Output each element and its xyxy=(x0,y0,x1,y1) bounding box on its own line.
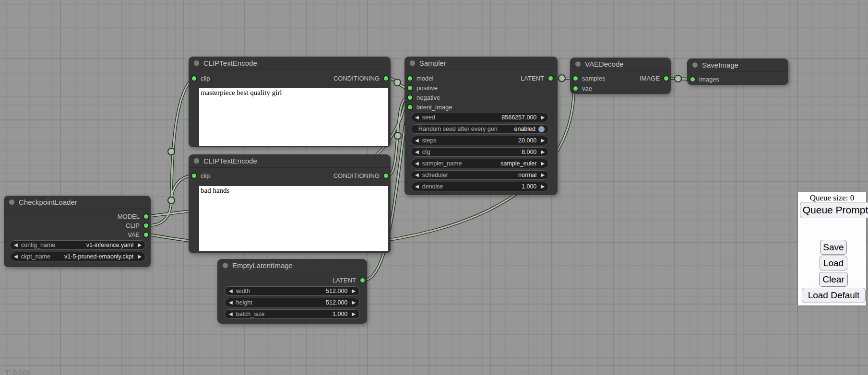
node-title-bar[interactable]: VAEDecode xyxy=(570,58,671,71)
widget-ckpt-name[interactable]: ◀ ckpt_name v1-5-pruned-emaonly.ckpt ▶ xyxy=(10,252,146,261)
positive-prompt-textarea[interactable]: masterpiece best quality girl xyxy=(199,88,388,146)
node-title-bar[interactable]: EmptyLatentImage xyxy=(217,259,367,272)
node-title-bar[interactable]: SaveImage xyxy=(687,59,788,72)
load-default-button[interactable]: Load Default xyxy=(802,288,866,303)
output-slot-model[interactable]: MODEL xyxy=(118,212,149,221)
widget-seed[interactable]: ◀ seed 8566257.000 ▶ xyxy=(411,113,549,122)
widget-batch-size[interactable]: ◀ batch_size 1.000 ▶ xyxy=(225,309,360,319)
output-slot-vae[interactable]: VAE xyxy=(128,230,149,239)
widget-sampler-name[interactable]: ◀ sampler_name sample_euler ▶ xyxy=(411,159,549,168)
increment-arrow-icon[interactable]: ▶ xyxy=(541,138,545,143)
increment-arrow-icon[interactable]: ▶ xyxy=(541,115,545,120)
output-slot-latent[interactable]: LATENT xyxy=(521,74,554,82)
output-port-icon[interactable] xyxy=(547,75,554,82)
input-slot-model[interactable]: model xyxy=(407,74,433,82)
widget-width[interactable]: ◀ width 512.000 ▶ xyxy=(225,286,360,296)
decrement-arrow-icon[interactable]: ◀ xyxy=(415,115,419,120)
collapse-dot-icon[interactable] xyxy=(9,199,14,205)
input-slot-vae[interactable]: vae xyxy=(572,84,592,93)
widget-denoise[interactable]: ◀ denoise 1.000 ▶ xyxy=(411,182,549,191)
widget-cfg[interactable]: ◀ cfg 8.000 ▶ xyxy=(411,147,549,157)
increment-arrow-icon[interactable]: ▶ xyxy=(138,243,142,247)
increment-arrow-icon[interactable]: ▶ xyxy=(541,161,545,166)
widget-label: width xyxy=(236,288,250,294)
increment-arrow-icon[interactable]: ▶ xyxy=(352,300,356,305)
toggle-dot-icon[interactable] xyxy=(538,126,545,132)
node-title-bar[interactable]: CLIPTextEncode xyxy=(189,154,391,168)
input-slot-samples[interactable]: samples xyxy=(572,74,605,82)
collapse-dot-icon[interactable] xyxy=(194,158,199,164)
increment-arrow-icon[interactable]: ▶ xyxy=(138,254,142,259)
increment-arrow-icon[interactable]: ▶ xyxy=(541,150,545,154)
load-button[interactable]: Load xyxy=(820,256,847,270)
output-port-icon[interactable] xyxy=(143,232,149,238)
input-slot-positive[interactable]: positive xyxy=(407,83,438,92)
input-slot-images[interactable]: images xyxy=(690,75,719,83)
widget-height[interactable]: ◀ height 512.000 ▶ xyxy=(225,298,360,307)
output-port-icon[interactable] xyxy=(359,277,366,283)
comfyui-canvas[interactable]: { "nodes": { "checkpoint": { "title": "C… xyxy=(0,0,868,375)
increment-arrow-icon[interactable]: ▶ xyxy=(541,184,545,189)
decrement-arrow-icon[interactable]: ◀ xyxy=(415,161,419,166)
output-slot-latent[interactable]: LATENT xyxy=(333,276,366,284)
decrement-arrow-icon[interactable]: ◀ xyxy=(229,300,233,305)
widget-label: height xyxy=(236,299,252,306)
collapse-dot-icon[interactable] xyxy=(692,62,698,68)
input-port-icon[interactable] xyxy=(407,85,413,91)
decrement-arrow-icon[interactable]: ◀ xyxy=(415,173,419,177)
increment-arrow-icon[interactable]: ▶ xyxy=(352,312,356,316)
increment-arrow-icon[interactable]: ▶ xyxy=(541,173,545,177)
decrement-arrow-icon[interactable]: ◀ xyxy=(229,312,233,316)
decrement-arrow-icon[interactable]: ◀ xyxy=(415,184,419,189)
widget-config-name[interactable]: ◀ config_name v1-inference.yaml ▶ xyxy=(10,240,146,250)
decrement-arrow-icon[interactable]: ◀ xyxy=(415,138,419,143)
output-port-icon[interactable] xyxy=(383,75,389,82)
node-clip-text-encode-positive[interactable]: CLIPTextEncode clip CONDITIONING masterp… xyxy=(189,57,391,147)
input-port-icon[interactable] xyxy=(407,75,413,82)
widget-scheduler[interactable]: ◀ scheduler normal ▶ xyxy=(411,170,549,180)
node-title-bar[interactable]: Sampler xyxy=(404,57,558,70)
input-slot-latent-image[interactable]: latent_image xyxy=(407,103,452,111)
collapse-dot-icon[interactable] xyxy=(194,60,199,66)
node-sampler[interactable]: Sampler model positive negative latent_i… xyxy=(404,57,558,195)
input-port-icon[interactable] xyxy=(690,76,696,82)
output-slot-conditioning[interactable]: CONDITIONING xyxy=(333,74,389,82)
input-port-icon[interactable] xyxy=(407,94,413,101)
input-port-icon[interactable] xyxy=(407,104,413,110)
node-title-bar[interactable]: CLIPTextEncode xyxy=(189,57,391,70)
negative-prompt-textarea[interactable]: bad hands xyxy=(199,186,388,251)
input-slot-clip[interactable]: clip xyxy=(191,171,210,180)
queue-prompt-button[interactable]: Queue Prompt xyxy=(800,202,868,218)
decrement-arrow-icon[interactable]: ◀ xyxy=(14,254,18,259)
output-port-icon[interactable] xyxy=(663,75,669,82)
clear-button[interactable]: Clear xyxy=(819,272,848,287)
output-port-icon[interactable] xyxy=(143,223,149,229)
collapse-dot-icon[interactable] xyxy=(410,60,415,66)
output-slot-image[interactable]: IMAGE xyxy=(640,74,669,82)
output-slot-conditioning[interactable]: CONDITIONING xyxy=(333,171,389,180)
input-port-icon[interactable] xyxy=(191,75,197,82)
output-slot-clip[interactable]: CLIP xyxy=(126,221,149,230)
node-checkpoint-loader[interactable]: CheckpointLoader MODEL CLIP VAE ◀ config… xyxy=(4,196,151,267)
save-button[interactable]: Save xyxy=(820,240,847,255)
node-clip-text-encode-negative[interactable]: CLIPTextEncode clip CONDITIONING bad han… xyxy=(189,154,391,253)
output-port-icon[interactable] xyxy=(383,173,389,179)
collapse-dot-icon[interactable] xyxy=(575,61,581,67)
input-port-icon[interactable] xyxy=(572,75,579,82)
widget-steps[interactable]: ◀ steps 20.000 ▶ xyxy=(411,136,549,145)
increment-arrow-icon[interactable]: ▶ xyxy=(352,289,356,293)
node-save-image[interactable]: SaveImage images xyxy=(687,59,788,85)
input-slot-clip[interactable]: clip xyxy=(191,74,210,82)
node-empty-latent-image[interactable]: EmptyLatentImage LATENT ◀ width 512.000 … xyxy=(217,259,367,324)
decrement-arrow-icon[interactable]: ◀ xyxy=(229,289,233,293)
node-vae-decode[interactable]: VAEDecode samples vae IMAGE xyxy=(570,58,671,94)
input-port-icon[interactable] xyxy=(191,173,197,179)
widget-random-seed-toggle[interactable]: Random seed after every gen enabled xyxy=(411,124,549,134)
decrement-arrow-icon[interactable]: ◀ xyxy=(415,150,419,154)
output-port-icon[interactable] xyxy=(143,213,149,220)
node-title-bar[interactable]: CheckpointLoader xyxy=(4,196,151,209)
decrement-arrow-icon[interactable]: ◀ xyxy=(14,243,18,247)
collapse-dot-icon[interactable] xyxy=(223,263,228,268)
input-slot-negative[interactable]: negative xyxy=(407,93,440,102)
input-port-icon[interactable] xyxy=(572,85,579,92)
